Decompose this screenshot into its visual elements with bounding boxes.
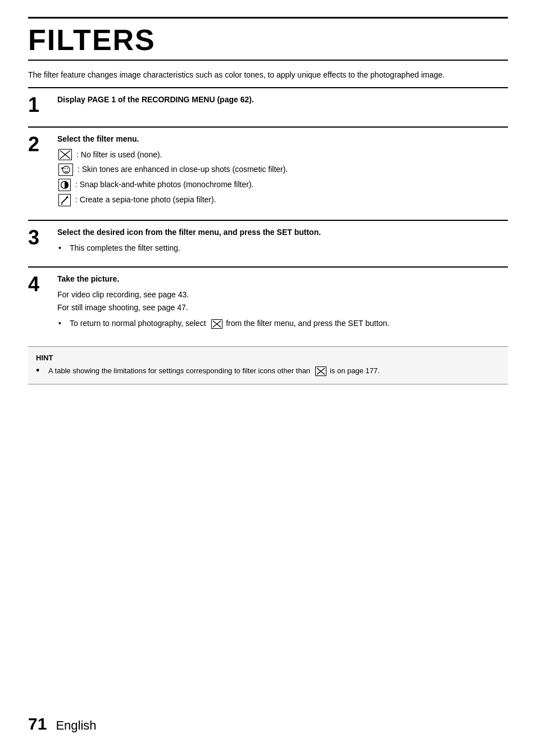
no-filter-icon-inline <box>211 319 222 329</box>
section-title-2: Select the filter menu. <box>57 133 508 145</box>
svg-point-3 <box>65 169 66 170</box>
filter-cosmetic-text: : Skin tones are enhanced in close-up sh… <box>78 163 288 176</box>
filter-sepia-text: : Create a sepia-tone photo (sepia filte… <box>75 193 216 207</box>
section-title-1: Display PAGE 1 of the RECORDING MENU (pa… <box>57 94 508 106</box>
section-content-4: Take the picture. For video clip recordi… <box>57 273 508 331</box>
section-2: 2 Select the filter menu. : No filter is… <box>28 126 508 214</box>
section-1: 1 Display PAGE 1 of the RECORDING MENU (… <box>28 87 508 121</box>
intro-text: The filter feature changes image charact… <box>28 69 508 81</box>
filter-item-no: : No filter is used (none). <box>57 148 508 162</box>
bullet-dot-4-1: • <box>58 317 66 331</box>
page-language: English <box>56 718 96 733</box>
section-title-3: Select the desired icon from the filter … <box>57 227 508 238</box>
filter-item-cosmetic: : Skin tones are enhanced in close-up sh… <box>57 163 508 176</box>
bullet-text-3-1: This completes the filter setting. <box>70 242 180 255</box>
no-filter-icon-hint <box>315 366 326 376</box>
section-body-2: : No filter is used (none). <box>57 148 508 207</box>
filter-item-sepia: : Create a sepia-tone photo (sepia filte… <box>57 193 508 207</box>
section-4: 4 Take the picture. For video clip recor… <box>28 266 508 336</box>
hint-section: HINT • A table showing the limitations f… <box>28 346 508 384</box>
section-3: 3 Select the desired icon from the filte… <box>28 220 508 261</box>
page-number: 71 <box>28 714 47 734</box>
body-line-4-1: For video clip recording, see page 43. <box>57 288 508 302</box>
page-footer: 71 English <box>28 714 97 734</box>
hint-title: HINT <box>36 354 500 362</box>
page-container: FILTERS The filter feature changes image… <box>0 0 536 756</box>
filter-mono-text: : Snap black-and-white photos (monochrom… <box>75 178 253 192</box>
section-content-3: Select the desired icon from the filter … <box>57 227 508 255</box>
section-content-1: Display PAGE 1 of the RECORDING MENU (pa… <box>57 94 508 109</box>
section-number-2: 2 <box>28 133 48 155</box>
hint-bullet-text-1: A table showing the limitations for sett… <box>48 365 380 377</box>
bullet-item-4-1: • To return to normal photography, selec… <box>57 317 508 331</box>
bullet-dot-3-1: • <box>58 242 66 255</box>
svg-line-8 <box>62 197 67 203</box>
hint-bullet-1: • A table showing the limitations for se… <box>36 365 500 377</box>
body-line-4-2: For still image shooting, see page 47. <box>57 301 508 315</box>
section-number-1: 1 <box>28 94 48 115</box>
mono-filter-icon <box>58 179 71 191</box>
top-border <box>28 17 508 19</box>
section-body-3: • This completes the filter setting. <box>57 242 508 255</box>
filter-item-mono: : Snap black-and-white photos (monochrom… <box>57 178 508 192</box>
hint-body: • A table showing the limitations for se… <box>36 365 500 377</box>
svg-point-2 <box>63 166 70 174</box>
bullet-item-3-1: • This completes the filter setting. <box>57 242 508 255</box>
svg-point-4 <box>67 169 68 170</box>
no-filter-icon <box>58 149 72 160</box>
cosmetic-filter-icon <box>58 164 73 176</box>
title-underline <box>28 60 508 61</box>
section-number-3: 3 <box>28 227 48 248</box>
section-number-4: 4 <box>28 273 48 295</box>
page-title: FILTERS <box>28 24 508 56</box>
section-content-2: Select the filter menu. : No filter is u… <box>57 133 508 209</box>
sepia-filter-icon <box>58 194 71 206</box>
section-title-4: Take the picture. <box>57 273 508 285</box>
bullet-text-4-1: To return to normal photography, select … <box>70 317 389 331</box>
hint-bullet-dot-1: • <box>36 365 44 375</box>
svg-marker-9 <box>61 203 63 205</box>
section-body-4: For video clip recording, see page 43. F… <box>57 288 508 331</box>
filter-no-text: : No filter is used (none). <box>76 148 162 162</box>
